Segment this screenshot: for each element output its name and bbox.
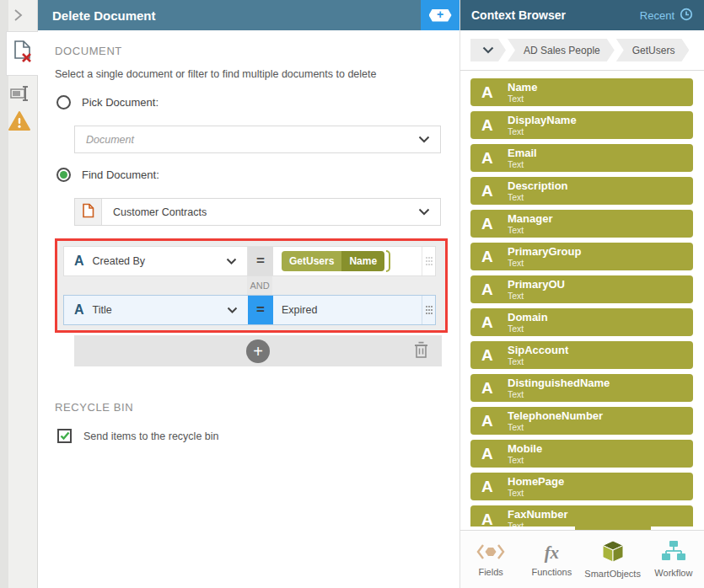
- text-type-icon: A: [481, 215, 493, 233]
- filter-highlight-outline: A Created By = GetUsers Name: [55, 238, 448, 333]
- filter-field-label: Created By: [93, 255, 146, 267]
- field-list-item[interactable]: A Domain Text: [470, 308, 693, 336]
- breadcrumb-item-method[interactable]: GetUsers: [616, 39, 690, 61]
- add-filter-button[interactable]: +: [246, 339, 270, 363]
- radio-selected-icon[interactable]: [56, 168, 71, 182]
- recent-button[interactable]: Recent: [640, 8, 693, 24]
- delete-filter-button[interactable]: [414, 341, 428, 361]
- text-type-icon: A: [481, 281, 493, 299]
- drag-handle[interactable]: [422, 296, 435, 324]
- chevron-down-icon: [418, 208, 430, 216]
- operator-equals-cell[interactable]: =: [248, 247, 273, 275]
- fields-icon: [476, 543, 506, 563]
- field-list-item[interactable]: A FaxNumber Text: [470, 505, 693, 527]
- context-browser-tabs: Fields fx Functions SmartObjects: [460, 530, 704, 588]
- recycle-bin-checkbox-label: Send items to the recycle bin: [83, 430, 219, 442]
- field-type: Text: [508, 356, 693, 366]
- field-list-item[interactable]: A TelephoneNumber Text: [470, 407, 693, 435]
- tab-smartobjects[interactable]: SmartObjects: [583, 531, 643, 588]
- find-document-radio[interactable]: Find Document:: [56, 168, 159, 182]
- field-name: DistinguishedName: [508, 377, 693, 389]
- field-name: Name: [508, 81, 693, 94]
- field-list-item[interactable]: A Mobile Text: [470, 440, 693, 468]
- field-name: Email: [508, 147, 693, 159]
- tab-workflow[interactable]: Workflow: [643, 531, 704, 588]
- field-list-item[interactable]: A PrimaryGroup Text: [470, 243, 693, 270]
- context-browser-title: Context Browser: [471, 8, 640, 22]
- text-type-icon: A: [481, 379, 493, 398]
- filter-value-cell[interactable]: GetUsers Name: [273, 247, 422, 275]
- document-section-heading: DOCUMENT: [55, 45, 122, 57]
- toolbar-item-rename[interactable]: [0, 84, 38, 106]
- field-type: Text: [508, 94, 693, 104]
- document-section-description: Select a single document or filter to fi…: [55, 68, 376, 80]
- add-step-button[interactable]: +: [421, 0, 459, 30]
- field-type: Text: [508, 291, 693, 301]
- chevron-down-icon: [482, 45, 494, 56]
- field-name: FaxNumber: [508, 508, 693, 521]
- recycle-bin-checkbox-row[interactable]: Send items to the recycle bin: [57, 429, 219, 443]
- text-type-icon: A: [481, 313, 493, 332]
- tab-functions[interactable]: fx Functions: [521, 531, 582, 588]
- field-type: Text: [508, 159, 693, 169]
- field-type: Text: [508, 126, 693, 136]
- chevron-down-icon: [226, 258, 237, 265]
- breadcrumb: AD Sales People GetUsers: [460, 30, 704, 71]
- field-list-item[interactable]: A Name Text: [470, 78, 693, 106]
- app-root: Delete Document + DOCUMENT Select a sing…: [0, 0, 704, 588]
- token-property: Name: [341, 251, 384, 271]
- conjunction-label[interactable]: AND: [247, 276, 272, 295]
- text-type-icon: A: [481, 182, 493, 200]
- smartobject-token[interactable]: GetUsers Name: [282, 250, 390, 272]
- find-document-label: Find Document:: [82, 168, 159, 181]
- smartobjects-cube-icon: [601, 540, 625, 564]
- field-name: DisplayName: [508, 114, 693, 126]
- filter-action-bar: +: [74, 335, 442, 366]
- tab-label: SmartObjects: [584, 569, 641, 579]
- text-type-icon: A: [481, 412, 493, 430]
- tab-fields[interactable]: Fields: [460, 531, 521, 588]
- chevron-down-icon: [227, 307, 238, 313]
- field-list-item[interactable]: A DisplayName Text: [470, 111, 693, 139]
- toolbar-item-delete-document[interactable]: [6, 31, 38, 76]
- breadcrumb-collapse-button[interactable]: [470, 39, 506, 61]
- field-name: Mobile: [508, 442, 693, 455]
- operator-equals-cell-selected[interactable]: =: [248, 296, 273, 324]
- toolbar-item-warnings[interactable]: [0, 111, 38, 135]
- trash-icon: [414, 341, 428, 361]
- pick-document-radio[interactable]: Pick Document:: [56, 95, 159, 110]
- radio-unselected-icon[interactable]: [56, 95, 71, 110]
- field-list: A Name Text A DisplayName Text A Email T…: [470, 78, 693, 527]
- text-type-icon: A: [481, 445, 493, 463]
- breadcrumb-item-smartobject[interactable]: AD Sales People: [508, 39, 615, 61]
- filter-value-cell[interactable]: Expired: [273, 296, 422, 324]
- field-name: Domain: [508, 311, 693, 323]
- drag-handle[interactable]: [422, 247, 435, 275]
- document-library-dropdown[interactable]: Customer Contracts: [74, 198, 441, 226]
- field-type: Text: [508, 488, 693, 498]
- field-type: Text: [508, 521, 693, 527]
- field-name: TelephoneNumber: [508, 409, 693, 422]
- tab-label: Functions: [532, 567, 572, 577]
- filter-field-label: Title: [93, 304, 112, 316]
- pick-document-dropdown[interactable]: Document: [74, 126, 441, 153]
- text-type-icon: A: [481, 116, 493, 135]
- field-list-item[interactable]: A PrimaryOU Text: [470, 275, 693, 303]
- field-list-item[interactable]: A SipAccount Text: [470, 341, 693, 369]
- panel-header: Delete Document: [38, 0, 421, 30]
- filter-field-dropdown[interactable]: A Created By: [64, 247, 248, 275]
- workflow-hierarchy-icon: [662, 541, 685, 564]
- field-list-item[interactable]: A Description Text: [470, 177, 693, 205]
- recycle-bin-heading: RECYCLE BIN: [55, 401, 133, 414]
- field-list-item[interactable]: A DistinguishedName Text: [470, 374, 693, 402]
- document-library-icon-cell: [75, 199, 102, 225]
- checkbox-checked-icon[interactable]: [57, 429, 72, 443]
- expand-panel-chevron-icon[interactable]: [11, 8, 24, 25]
- field-list-item[interactable]: A Manager Text: [470, 210, 693, 238]
- field-list-item[interactable]: A HomePage Text: [470, 473, 693, 500]
- chevron-down-icon: [418, 136, 430, 143]
- field-list-item[interactable]: A Email Text: [470, 144, 693, 172]
- text-type-icon: A: [481, 478, 493, 496]
- filter-field-dropdown[interactable]: A Title: [64, 296, 248, 324]
- delete-document-panel: DOCUMENT Select a single document or fil…: [38, 30, 453, 588]
